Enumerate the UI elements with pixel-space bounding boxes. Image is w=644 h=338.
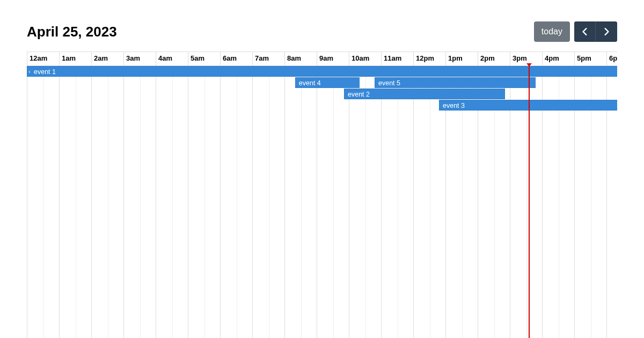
prev-button[interactable] — [574, 21, 596, 42]
grid-column — [91, 66, 123, 338]
grid-column — [188, 66, 220, 338]
calendar-event[interactable]: event 2 — [344, 89, 505, 99]
grid-column — [220, 66, 252, 338]
hour-label: 3pm — [510, 52, 542, 65]
page-title: April 25, 2023 — [27, 24, 117, 40]
hour-label: 1am — [59, 52, 91, 65]
timeline-calendar: 12am1am2am3am4am5am6am7am8am9am10am11am1… — [27, 52, 617, 338]
hour-label: 6am — [220, 52, 252, 65]
next-button[interactable] — [596, 21, 617, 42]
chevron-left-icon — [582, 28, 588, 35]
event-title: event 5 — [378, 79, 400, 87]
hour-label: 2am — [91, 52, 123, 65]
hour-label: 11am — [381, 52, 413, 65]
grid-column — [252, 66, 284, 338]
time-axis: 12am1am2am3am4am5am6am7am8am9am10am11am1… — [27, 52, 617, 66]
grid-column — [123, 66, 156, 338]
hour-label: 5am — [188, 52, 220, 65]
grid-column — [381, 66, 413, 338]
hour-label: 2pm — [478, 52, 510, 65]
event-title: event 2 — [348, 91, 370, 98]
timeline-body[interactable]: ‹event 1event 4event 5event 2event 3 — [27, 66, 617, 338]
hour-label: 6pm — [606, 52, 617, 65]
hour-label: 12pm — [413, 52, 445, 65]
nav-controls: today — [534, 21, 617, 42]
grid-column — [284, 66, 317, 338]
hour-label: 3am — [123, 52, 156, 65]
hour-label: 8am — [284, 52, 317, 65]
calendar-event[interactable]: ‹event 1 — [27, 66, 617, 77]
hour-label: 1pm — [445, 52, 478, 65]
continues-before-icon: ‹ — [28, 66, 31, 77]
calendar-event[interactable]: event 3 — [439, 100, 617, 111]
hour-label: 9am — [317, 52, 349, 65]
hour-label: 7am — [252, 52, 284, 65]
grid-column — [156, 66, 188, 338]
grid-column — [317, 66, 349, 338]
grid-column — [27, 66, 59, 338]
hour-label: 12am — [27, 52, 59, 65]
today-button[interactable]: today — [534, 21, 570, 42]
hour-label: 10am — [349, 52, 381, 65]
hour-label: 4am — [156, 52, 188, 65]
nav-group — [574, 21, 617, 42]
hour-label: 4pm — [542, 52, 574, 65]
chevron-right-icon — [603, 28, 610, 35]
grid-column — [59, 66, 91, 338]
calendar-event[interactable]: event 5 — [375, 77, 536, 88]
hour-label: 5pm — [574, 52, 606, 65]
event-title: event 1 — [34, 68, 56, 76]
event-title: event 3 — [443, 102, 465, 109]
grid-column — [349, 66, 381, 338]
event-title: event 4 — [299, 79, 321, 87]
calendar-event[interactable]: event 4 — [295, 77, 360, 88]
calendar-header: April 25, 2023 today — [27, 21, 617, 42]
